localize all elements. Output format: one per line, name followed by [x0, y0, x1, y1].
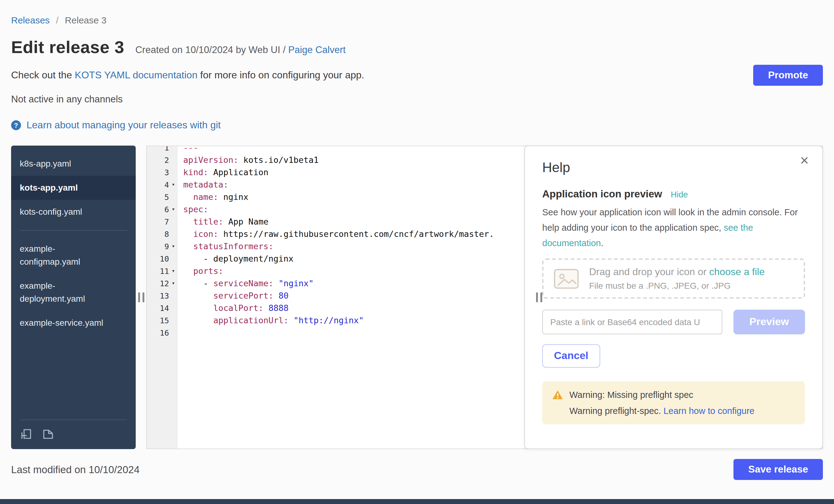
git-help-link[interactable]: ? Learn about managing your releases wit…: [11, 120, 221, 131]
page-title: Edit release 3: [11, 38, 124, 57]
editor-gutter: 1234▾56▾789▾1011▾12▾13141516: [147, 146, 178, 448]
gutter-line: 4▾: [147, 178, 178, 191]
gutter-line: 13: [147, 289, 178, 302]
help-title: Help: [542, 160, 805, 176]
page: Releases / Release 3 Edit release 3 Crea…: [0, 0, 834, 504]
file-tree-footer: [20, 419, 127, 449]
gutter-line: 1: [147, 146, 178, 154]
gutter-line: 14: [147, 302, 178, 314]
file-tree: k8s-app.yamlkots-app.yamlkots-config.yam…: [11, 146, 136, 449]
choose-file-link[interactable]: choose a file: [709, 266, 765, 277]
gutter-lines: 1234▾56▾789▾1011▾12▾13141516: [147, 146, 178, 339]
cancel-button[interactable]: Cancel: [542, 344, 600, 368]
warning-icon: [552, 390, 563, 400]
file-name: example-deployment.yaml: [20, 280, 113, 305]
docs-line-suffix: for more info on configuring your app.: [197, 70, 364, 80]
bottom-strip: [0, 499, 834, 504]
gutter-line: 16: [147, 326, 178, 339]
warning-header: Warning: Missing preflight spec: [552, 390, 795, 400]
upload-file-button[interactable]: [41, 428, 55, 440]
page-content: Releases / Release 3 Edit release 3 Crea…: [0, 0, 834, 504]
icon-preview-description: See how your application icon will look …: [542, 205, 805, 251]
promote-button[interactable]: Promote: [753, 65, 823, 86]
panel-resize-handle[interactable]: [536, 292, 542, 302]
file-tree-item[interactable]: example-deployment.yaml: [11, 274, 136, 311]
warning-title: Warning: Missing preflight spec: [569, 390, 693, 400]
file-tree-item[interactable]: example-service.yaml: [11, 311, 136, 335]
file-tree-item[interactable]: example-configmap.yaml: [11, 237, 136, 274]
file-tree-divider: [20, 230, 127, 231]
line-number: 1: [164, 146, 169, 152]
docs-row: Check out the KOTS YAML documentation fo…: [11, 65, 823, 86]
breadcrumb-releases-link[interactable]: Releases: [11, 15, 50, 25]
line-number: 16: [160, 328, 169, 337]
kots-docs-link[interactable]: KOTS YAML documentation: [75, 70, 197, 80]
configure-preflight-link[interactable]: Learn how to configure: [663, 406, 754, 416]
warning-body-text: Warning preflight-spec.: [569, 406, 663, 416]
line-number: 13: [160, 291, 169, 300]
close-icon[interactable]: ×: [796, 152, 812, 169]
warning-box: Warning: Missing preflight spec Warning …: [542, 381, 805, 424]
gutter-line: 11▾: [147, 265, 178, 277]
file-name: kots-config.yaml: [20, 205, 113, 218]
release-workspace: k8s-app.yamlkots-app.yamlkots-config.yam…: [11, 146, 823, 449]
dropzone-text-prefix: Drag and drop your icon or: [589, 266, 709, 277]
icon-link-row: Preview: [542, 310, 805, 334]
gutter-line: 10: [147, 252, 178, 265]
icon-url-input[interactable]: [542, 310, 722, 334]
file-tree-item[interactable]: kots-app.yaml: [11, 176, 136, 200]
help-panel: × Help Application icon preview Hide See…: [524, 146, 823, 449]
warning-body: Warning preflight-spec. Learn how to con…: [552, 406, 795, 416]
fold-arrow-icon[interactable]: ▾: [169, 265, 178, 277]
gutter-line: 6▾: [147, 203, 178, 215]
line-number: 7: [164, 217, 169, 226]
last-modified: Last modified on 10/10/2024: [11, 464, 140, 475]
gutter-line: 5: [147, 191, 178, 203]
channel-status: Not active in any channels: [11, 94, 823, 105]
gutter-line: 9▾: [147, 240, 178, 252]
file-name: example-service.yaml: [20, 316, 113, 329]
breadcrumb-current: Release 3: [65, 15, 106, 25]
line-number: 5: [164, 192, 169, 201]
file-type-hint: File must be a .PNG, .JPEG, or .JPG: [589, 281, 765, 290]
breadcrumb-separator: /: [56, 15, 58, 25]
icon-preview-title: Application icon preview: [542, 188, 662, 200]
help-circle-icon: ?: [11, 120, 21, 130]
line-number: 2: [164, 155, 169, 165]
sidebar-resize-handle[interactable]: [138, 292, 144, 302]
title-row: Edit release 3 Created on 10/10/2024 by …: [11, 38, 823, 57]
gutter-line: 12▾: [147, 277, 178, 289]
preview-button[interactable]: Preview: [733, 310, 805, 334]
line-number: 15: [160, 315, 169, 325]
footer-bar: Last modified on 10/10/2024 Save release: [11, 459, 823, 480]
add-file-icon: [20, 428, 33, 440]
fold-arrow-icon[interactable]: ▾: [169, 240, 178, 252]
breadcrumb: Releases / Release 3: [11, 15, 823, 25]
file-tree-items: k8s-app.yamlkots-app.yamlkots-config.yam…: [11, 152, 136, 419]
gutter-line: 7: [147, 215, 178, 228]
gutter-line: 3: [147, 166, 178, 178]
icon-dropzone[interactable]: Drag and drop your icon or choose a file…: [542, 259, 805, 299]
file-tree-item[interactable]: k8s-app.yaml: [11, 152, 136, 176]
release-meta: Created on 10/10/2024 by Web UI / Paige …: [135, 44, 346, 56]
gutter-line: 8: [147, 228, 178, 240]
save-release-button[interactable]: Save release: [733, 459, 823, 480]
git-link-text: Learn about managing your releases with …: [26, 120, 221, 131]
add-file-button[interactable]: [20, 428, 33, 440]
fold-arrow-icon[interactable]: ▾: [169, 178, 178, 191]
line-number: 3: [164, 168, 169, 177]
line-number: 9: [164, 242, 169, 251]
file-name: k8s-app.yaml: [20, 157, 113, 170]
gutter-line: 2: [147, 154, 178, 166]
line-number: 4: [164, 180, 169, 189]
file-name: example-configmap.yaml: [20, 242, 113, 268]
fold-arrow-icon[interactable]: ▾: [169, 277, 178, 289]
file-tree-item[interactable]: kots-config.yaml: [11, 200, 136, 224]
created-text: Created on 10/10/2024 by Web UI /: [135, 44, 286, 55]
line-number: 11: [160, 266, 169, 276]
author-link[interactable]: Paige Calvert: [288, 44, 346, 55]
description-suffix: .: [601, 238, 603, 248]
hide-link[interactable]: Hide: [671, 190, 688, 199]
docs-line-prefix: Check out the: [11, 70, 75, 80]
fold-arrow-icon[interactable]: ▾: [169, 203, 178, 215]
